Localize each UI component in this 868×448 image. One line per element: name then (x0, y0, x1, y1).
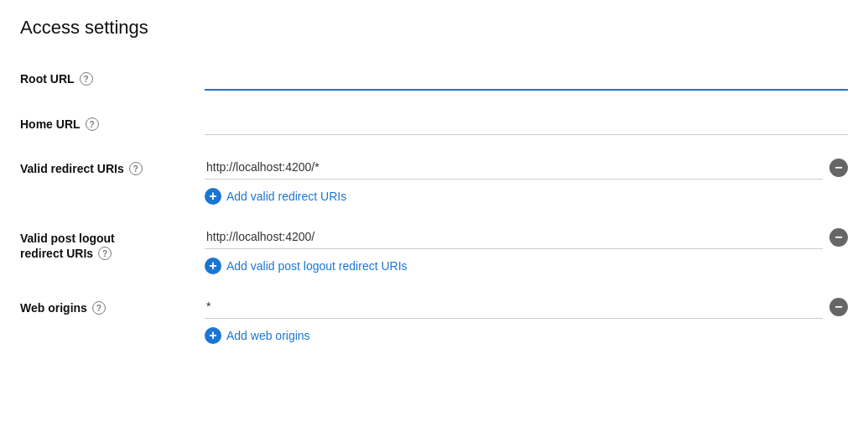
page-title: Access settings (20, 17, 848, 39)
home-url-input[interactable] (205, 111, 848, 135)
home-url-help-icon[interactable]: ? (86, 117, 99, 131)
home-url-row: Home URL ? (20, 111, 848, 135)
add-valid-redirect-uris-link[interactable]: Add valid redirect URIs (205, 188, 848, 205)
web-origins-input[interactable] (205, 294, 823, 319)
valid-post-logout-input[interactable] (205, 225, 823, 249)
valid-post-logout-input-row (205, 225, 848, 249)
valid-post-logout-label: Valid post logout redirect URIs ? (20, 225, 205, 260)
valid-redirect-uris-label: Valid redirect URIs ? (20, 155, 205, 175)
valid-redirect-uris-remove-button[interactable] (829, 159, 848, 177)
valid-redirect-uris-input-row (205, 155, 848, 180)
valid-post-logout-row: Valid post logout redirect URIs ? Add va… (20, 225, 848, 274)
valid-post-logout-remove-button[interactable] (829, 228, 848, 247)
web-origins-remove-button[interactable] (829, 298, 848, 316)
valid-redirect-uris-row: Valid redirect URIs ? Add valid redirect… (20, 155, 848, 205)
valid-post-logout-help-icon[interactable]: ? (98, 247, 112, 260)
web-origins-input-row (205, 294, 848, 319)
add-valid-post-logout-link[interactable]: Add valid post logout redirect URIs (205, 258, 848, 274)
root-url-help-icon[interactable]: ? (80, 72, 93, 86)
valid-redirect-uris-input-col: Add valid redirect URIs (205, 155, 848, 205)
root-url-input[interactable] (205, 65, 848, 91)
home-url-input-col (205, 111, 848, 135)
valid-post-logout-input-col: Add valid post logout redirect URIs (205, 225, 848, 274)
root-url-label: Root URL ? (20, 65, 205, 86)
root-url-input-col (205, 65, 848, 91)
web-origins-input-col: Add web origins (205, 294, 848, 344)
web-origins-row: Web origins ? Add web origins (20, 294, 848, 344)
valid-redirect-uris-input[interactable] (205, 155, 823, 180)
add-valid-post-logout-icon (205, 258, 221, 274)
add-web-origins-link[interactable]: Add web origins (205, 327, 848, 344)
root-url-row: Root URL ? (20, 65, 848, 91)
valid-redirect-uris-help-icon[interactable]: ? (129, 162, 143, 175)
home-url-label: Home URL ? (20, 111, 205, 131)
add-valid-redirect-uris-icon (205, 188, 221, 205)
add-web-origins-icon (205, 327, 221, 344)
web-origins-label: Web origins ? (20, 294, 205, 315)
web-origins-help-icon[interactable]: ? (92, 301, 106, 315)
